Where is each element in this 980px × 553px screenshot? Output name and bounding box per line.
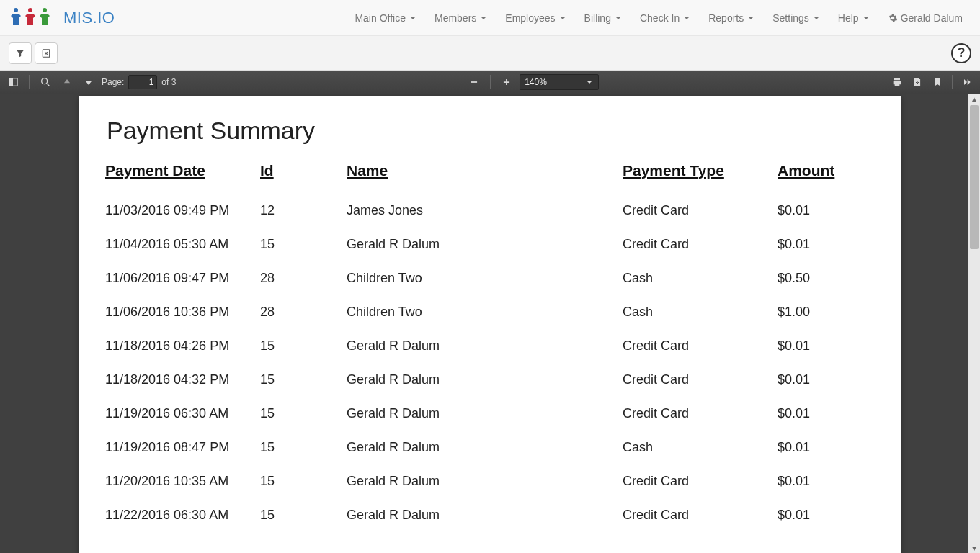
scroll-thumb[interactable]: [970, 105, 979, 249]
report-table: Payment Date Id Name Payment Type Amount…: [105, 162, 875, 532]
arrow-down-icon: [84, 77, 94, 87]
prev-page-button[interactable]: [58, 73, 76, 91]
table-row: 11/06/2016 09:47 PM28Children TwoCash$0.…: [105, 261, 875, 295]
print-button[interactable]: [888, 73, 906, 91]
top-navbar: MIS.IO Main Office Members Employees Bil…: [0, 0, 980, 36]
zoom-value: 140%: [525, 77, 547, 87]
filter-toolbar: ?: [0, 36, 980, 71]
scroll-up-icon[interactable]: ▲: [968, 94, 980, 104]
question-icon: ?: [958, 45, 966, 60]
col-name: Name: [347, 162, 623, 194]
nav-employees[interactable]: Employees: [496, 1, 574, 35]
search-icon: [40, 76, 51, 88]
separator: [952, 75, 953, 89]
more-tools-button[interactable]: [958, 73, 976, 91]
cell-type: Cash: [623, 271, 778, 286]
nav-main-office[interactable]: Main Office: [346, 1, 424, 35]
cell-id: 15: [260, 508, 347, 523]
cell-date: 11/22/2016 06:30 AM: [105, 508, 260, 523]
nav-user[interactable]: Gerald Dalum: [879, 1, 971, 35]
zoom-select[interactable]: 140%: [520, 74, 599, 90]
table-row: 11/18/2016 04:32 PM15Gerald R DalumCredi…: [105, 363, 875, 397]
report-title: Payment Summary: [107, 117, 875, 145]
nav-label: Members: [435, 12, 476, 24]
document-page: Payment Summary Payment Date Id Name Pay…: [79, 96, 901, 553]
download-button[interactable]: [909, 73, 926, 91]
cell-amount: $0.01: [778, 508, 875, 523]
cell-amount: $0.01: [778, 338, 875, 354]
cell-type: Credit Card: [623, 474, 778, 489]
cell-id: 15: [260, 338, 347, 354]
nav-members[interactable]: Members: [426, 1, 495, 35]
cell-date: 11/19/2016 08:47 PM: [105, 440, 260, 455]
separator: [29, 75, 30, 89]
brand[interactable]: MIS.IO: [9, 5, 115, 30]
cell-id: 28: [260, 271, 347, 286]
filter-button[interactable]: [9, 42, 32, 64]
bookmark-icon: [932, 76, 943, 88]
cell-name: Gerald R Dalum: [347, 372, 623, 387]
cell-amount: $0.01: [778, 237, 875, 252]
scroll-down-icon[interactable]: ▼: [968, 543, 980, 553]
find-button[interactable]: [37, 73, 54, 91]
page-input[interactable]: [128, 75, 157, 89]
cell-type: Credit Card: [623, 508, 778, 523]
nav-label: Help: [838, 12, 859, 24]
cell-type: Cash: [623, 440, 778, 455]
col-id: Id: [260, 162, 347, 194]
cell-amount: $0.50: [778, 271, 875, 286]
toggle-sidebar-button[interactable]: [4, 73, 22, 91]
brand-logo-icon: [9, 5, 61, 30]
chevron-down-icon: [410, 17, 416, 19]
cell-id: 15: [260, 406, 347, 421]
bookmark-button[interactable]: [929, 73, 946, 91]
cell-name: Children Two: [347, 305, 623, 320]
cell-type: Credit Card: [623, 203, 778, 218]
nav-label: Check In: [640, 12, 680, 24]
pdf-right-controls: [888, 73, 976, 91]
nav-billing[interactable]: Billing: [576, 1, 630, 35]
separator: [490, 75, 491, 89]
col-amount: Amount: [778, 162, 875, 194]
table-head: Payment Date Id Name Payment Type Amount: [105, 162, 875, 194]
nav-settings[interactable]: Settings: [764, 1, 828, 35]
sidebar-icon: [7, 76, 19, 88]
nav-label: Main Office: [355, 12, 406, 24]
gear-icon: [888, 13, 898, 23]
minus-icon: [469, 77, 479, 87]
chevron-down-icon: [863, 17, 869, 19]
cell-id: 15: [260, 237, 347, 252]
cell-date: 11/04/2016 05:30 AM: [105, 237, 260, 252]
table-row: 11/19/2016 08:47 PM15Gerald R DalumCash$…: [105, 431, 875, 464]
cell-date: 11/20/2016 10:35 AM: [105, 474, 260, 489]
nav-label: Reports: [708, 12, 744, 24]
cell-date: 11/06/2016 09:47 PM: [105, 271, 260, 286]
cell-date: 11/03/2016 09:49 PM: [105, 203, 260, 218]
filter-icon: [15, 48, 25, 58]
cell-name: James Jones: [347, 203, 623, 218]
pdf-toolbar: Page: of 3 140%: [0, 71, 980, 94]
nav-check-in[interactable]: Check In: [631, 1, 698, 35]
next-page-button[interactable]: [80, 73, 97, 91]
cell-id: 15: [260, 474, 347, 489]
zoom-in-button[interactable]: [498, 73, 515, 91]
scrollbar[interactable]: ▲ ▼: [968, 94, 980, 553]
page-label: Page:: [102, 77, 124, 87]
cell-type: Credit Card: [623, 237, 778, 252]
zoom-out-button[interactable]: [466, 73, 483, 91]
help-button[interactable]: ?: [951, 43, 971, 63]
nav-help[interactable]: Help: [829, 1, 878, 35]
table-row: 11/04/2016 05:30 AM15Gerald R DalumCredi…: [105, 228, 875, 261]
chevron-down-icon: [615, 17, 621, 19]
cell-date: 11/06/2016 10:36 PM: [105, 305, 260, 320]
table-row: 11/06/2016 10:36 PM28Children TwoCash$1.…: [105, 295, 875, 329]
nav-reports[interactable]: Reports: [700, 1, 762, 35]
table-row: 11/18/2016 04:26 PM15Gerald R DalumCredi…: [105, 329, 875, 363]
cell-type: Credit Card: [623, 406, 778, 421]
cell-amount: $0.01: [778, 440, 875, 455]
cell-date: 11/18/2016 04:32 PM: [105, 372, 260, 387]
page-of: of 3: [161, 77, 176, 87]
cell-type: Credit Card: [623, 372, 778, 387]
export-excel-button[interactable]: [35, 42, 58, 64]
chevron-down-icon: [560, 17, 566, 19]
